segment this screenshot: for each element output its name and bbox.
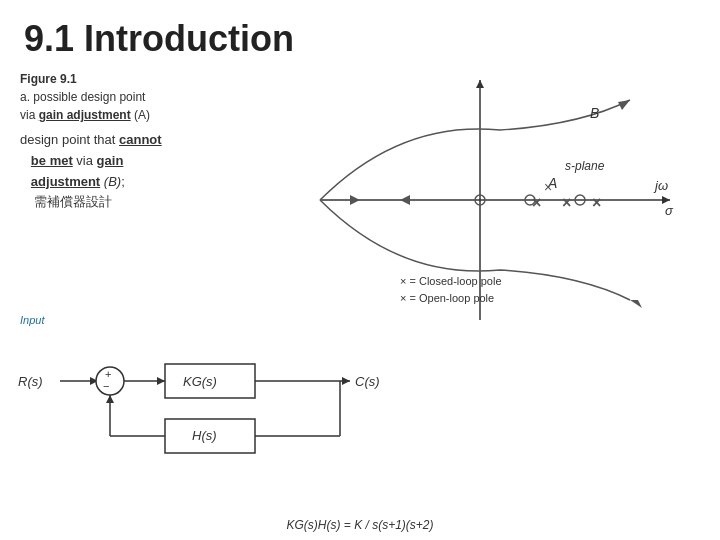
svg-text:σ: σ — [665, 203, 674, 218]
cannot-text: cannot — [119, 132, 162, 147]
svg-text:C(s): C(s) — [355, 374, 380, 389]
svg-marker-3 — [476, 80, 484, 88]
be-met-text: be met — [31, 153, 73, 168]
block-diagram-svg: Input R(s) + − KG(s) C(s) H(s) — [10, 306, 710, 486]
svg-text:−: − — [103, 380, 109, 392]
svg-marker-7 — [618, 100, 630, 110]
left-panel: Figure 9.1 a. possible design point via … — [20, 70, 280, 330]
figure-gain-adjustment: gain adjustment — [39, 108, 131, 122]
adjustment-b-text: adjustment — [31, 174, 100, 189]
equation-text: KG(s)H(s) = K / s(s+1)(s+2) — [286, 518, 433, 532]
svg-text:jω: jω — [653, 178, 668, 193]
design-line1: design point that cannot — [20, 132, 162, 147]
chinese-text: 需補償器設計 — [20, 194, 112, 209]
svg-marker-43 — [106, 395, 114, 403]
figure-line1: a. possible design point — [20, 90, 145, 104]
figure-caption: Figure 9.1 a. possible design point via … — [20, 70, 280, 124]
svg-text:B: B — [590, 105, 599, 121]
b-italic: (B) — [104, 174, 121, 189]
svg-text:Input: Input — [20, 314, 45, 326]
s-plane-svg: jω σ s-plane B A × × × — [280, 70, 700, 330]
gain-text: gain — [97, 153, 124, 168]
s-plane-diagram: jω σ s-plane B A × × × — [280, 70, 700, 330]
svg-text:R(s): R(s) — [18, 374, 43, 389]
page-title: 9.1 Introduction — [0, 0, 720, 70]
design-text-block: design point that cannot be met via gain… — [20, 130, 280, 213]
svg-text:H(s): H(s) — [192, 428, 217, 443]
design-line3: adjustment (B); — [20, 174, 125, 189]
svg-marker-9 — [400, 195, 410, 205]
figure-line2-post: (A) — [131, 108, 150, 122]
design-line2: be met via gain — [20, 153, 123, 168]
svg-text:s-plane: s-plane — [565, 159, 605, 173]
transfer-equation: KG(s)H(s) = K / s(s+1)(s+2) — [286, 518, 433, 532]
block-diagram-area: Input R(s) + − KG(s) C(s) H(s) — [10, 306, 710, 490]
svg-text:+: + — [105, 368, 111, 380]
figure-line2-pre: via — [20, 108, 39, 122]
svg-text:× = Closed-loop pole: × = Closed-loop pole — [400, 275, 502, 287]
svg-text:KG(s): KG(s) — [183, 374, 217, 389]
svg-text:× = Open-loop pole: × = Open-loop pole — [400, 292, 494, 304]
svg-marker-34 — [342, 377, 350, 385]
svg-text:×: × — [592, 194, 601, 211]
svg-text:×: × — [544, 179, 552, 195]
svg-marker-30 — [157, 377, 165, 385]
figure-label: Figure 9.1 — [20, 72, 77, 86]
svg-text:×: × — [562, 194, 571, 211]
svg-marker-10 — [350, 195, 360, 205]
